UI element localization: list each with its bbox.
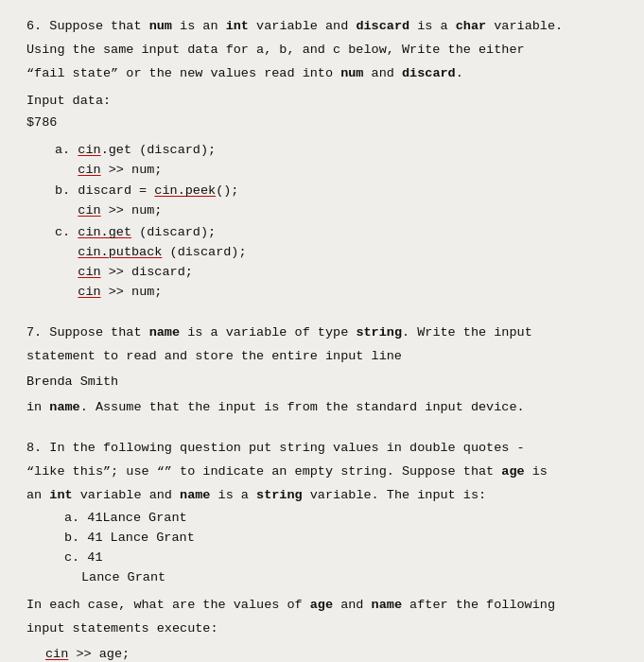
q6-part-b: b. discard = cin.peek(); cin >> num; — [55, 182, 618, 221]
q6-b-cin: cin — [78, 203, 100, 218]
q7-name-var: name — [149, 325, 180, 340]
q8-line2: “like this”; use “” to indicate an empty… — [26, 462, 618, 482]
q6-a-cin2: cin — [78, 163, 100, 177]
q6-b-label: b. discard = — [55, 183, 154, 198]
q7-intro: 7. Suppose that name is a variable of ty… — [26, 323, 618, 343]
q6-b-cin-peek: cin.peek — [154, 183, 216, 198]
q6-int-kw: int — [226, 19, 249, 33]
q8-input-stmts-text: input statements execute: — [26, 619, 618, 639]
q6-input-value: $786 — [26, 113, 618, 133]
question-8: 8. In the following question put string … — [26, 439, 618, 662]
q6-part-c: c. cin.get (discard); cin.putback (disca… — [55, 223, 618, 303]
q8-name2: name — [372, 598, 402, 612]
q6-label: 6. — [26, 19, 42, 33]
q6-intro: 6. Suppose that num is an int variable a… — [26, 17, 618, 37]
q6-intro-text: Suppose that — [49, 19, 148, 33]
q6-num-var: num — [149, 19, 172, 33]
q7-line2: statement to read and store the entire i… — [26, 347, 618, 367]
question-7: 7. Suppose that name is a variable of ty… — [26, 323, 618, 418]
q6-discard-var: discard — [356, 19, 409, 33]
q6-c-label: c. — [55, 225, 78, 239]
q8-option-a: a. 41Lance Grant — [64, 509, 618, 529]
q6-c-cin-putback: cin.putback — [78, 245, 162, 259]
q6-part-a: a. cin.get (discard); cin >> num; — [55, 141, 618, 181]
q8-option-c-cont: Lance Grant — [81, 568, 618, 588]
q6-c-cin2: cin — [78, 265, 100, 279]
q6-char-kw: char — [456, 19, 486, 33]
q7-string-kw: string — [356, 325, 402, 340]
q8-line3: an int variable and name is a string var… — [26, 486, 618, 506]
q6-input-data-label: Input data: — [26, 92, 618, 112]
q7-brenda: Brenda Smith — [26, 373, 618, 392]
q8-name-var: name — [180, 488, 210, 502]
q6-line2: Using the same input data for a, b, and … — [26, 41, 618, 61]
q7-in-name: in name. Assume that the input is from t… — [26, 398, 618, 418]
q8-option-b: b. 41 Lance Grant — [64, 529, 618, 549]
q6-a-cin: cin — [78, 143, 100, 157]
q8-option-c: c. 41 — [64, 549, 618, 568]
q8-int-kw: int — [49, 488, 72, 502]
q6-discard2: discard — [402, 66, 456, 80]
question-6: 6. Suppose that num is an int variable a… — [26, 17, 618, 303]
q8-intro: 8. In the following question put string … — [26, 439, 618, 459]
q8-cin-age: cin >> age; — [45, 645, 618, 662]
q6-line3: “fail state” or the new values read into… — [26, 64, 618, 84]
q8-each-case: In each case, what are the values of age… — [26, 596, 618, 616]
q6-a-label: a. — [55, 143, 78, 157]
q8-string-kw: string — [256, 488, 303, 502]
q6-c-cin3: cin — [78, 285, 100, 299]
q8-options: a. 41Lance Grant b. 41 Lance Grant c. 41… — [64, 509, 618, 588]
q7-name2: name — [49, 400, 79, 414]
q6-num2: num — [340, 66, 363, 80]
q6-c-cin-get: cin.get — [78, 225, 131, 239]
q8-age-var: age — [501, 464, 524, 479]
q8-age2: age — [310, 598, 333, 612]
q8-cin-kw: cin — [45, 647, 68, 661]
